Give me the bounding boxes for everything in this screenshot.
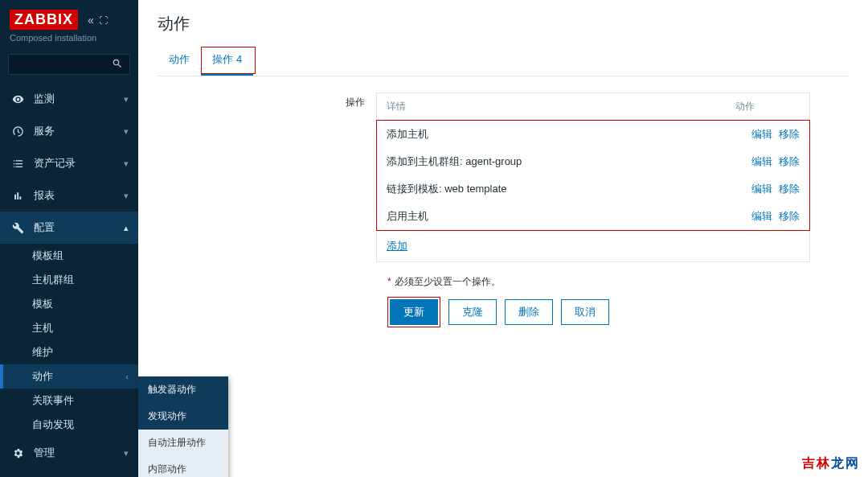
cancel-button[interactable]: 取消 — [561, 299, 609, 325]
nav-label: 配置 — [34, 220, 124, 235]
fly-discovery-actions[interactable]: 发现动作 — [138, 403, 228, 430]
sidebar: ZABBIX « ⛶ Composed installation 监测 ▾ 服务… — [0, 0, 138, 477]
nav-label: 监测 — [34, 92, 124, 106]
actions-flyout: 触发器动作 发现动作 自动注册动作 内部动作 — [138, 376, 228, 477]
wrench-icon — [10, 222, 26, 234]
ops-row: 添加主机 编辑移除 — [377, 121, 809, 148]
fly-trigger-actions[interactable]: 触发器动作 — [138, 376, 228, 403]
ops-detail: 添加主机 — [387, 127, 751, 142]
watermark-b: 龙网 — [831, 456, 860, 470]
update-button[interactable]: 更新 — [390, 299, 438, 325]
tab-label: 操作 — [212, 53, 233, 65]
ops-add-row: 添加 — [377, 231, 809, 261]
eye-icon — [10, 93, 26, 105]
edit-link[interactable]: 编辑 — [751, 127, 772, 142]
edit-link[interactable]: 编辑 — [751, 154, 772, 169]
col-details: 详情 — [387, 100, 735, 113]
nav-label: 服务 — [34, 124, 124, 138]
remove-link[interactable]: 移除 — [779, 209, 800, 224]
operations-form: 操作 详情 动作 添加主机 编辑移除 添加到主机群组: agent-group … — [158, 93, 849, 262]
nav-label: 管理 — [34, 446, 124, 460]
nav-reports[interactable]: 报表 ▾ — [0, 179, 138, 212]
edit-link[interactable]: 编辑 — [751, 182, 772, 196]
watermark-a: 吉林 — [802, 456, 831, 470]
fly-autoreg-actions[interactable]: 自动注册动作 — [138, 430, 228, 456]
delete-button[interactable]: 删除 — [505, 299, 553, 325]
main-content: 动作 动作 操作4 操作 详情 动作 添加主机 编辑移除 添加到主机群组: ag… — [138, 0, 868, 477]
remove-link[interactable]: 移除 — [779, 127, 800, 142]
nav-config-submenu: 模板组 主机群组 模板 主机 维护 动作 ‹ 关联事件 自动发现 — [0, 244, 138, 437]
add-operation-link[interactable]: 添加 — [387, 240, 407, 252]
logo-row: ZABBIX « ⛶ — [0, 0, 138, 31]
clone-button[interactable]: 克隆 — [448, 299, 497, 325]
nav-monitoring[interactable]: 监测 ▾ — [0, 83, 138, 115]
ops-header: 详情 动作 — [377, 93, 809, 120]
chevron-left-icon: ‹ — [125, 372, 129, 381]
brand-logo[interactable]: ZABBIX — [10, 10, 78, 30]
fullscreen-icon[interactable]: ⛶ — [99, 15, 108, 25]
sub-template-groups[interactable]: 模板组 — [0, 244, 138, 268]
remove-link[interactable]: 移除 — [779, 182, 800, 196]
chevron-down-icon: ▾ — [124, 158, 129, 169]
sub-correlation[interactable]: 关联事件 — [0, 389, 138, 413]
chart-icon — [10, 190, 26, 202]
collapse-icon[interactable]: « — [88, 14, 94, 27]
edit-link[interactable]: 编辑 — [751, 209, 772, 224]
form-buttons: 更新 克隆 删除 取消 — [387, 297, 849, 327]
sub-discovery[interactable]: 自动发现 — [0, 413, 138, 437]
gear-icon — [10, 447, 26, 459]
sub-templates[interactable]: 模板 — [0, 292, 138, 316]
operations-label: 操作 — [158, 93, 376, 262]
remove-link[interactable]: 移除 — [779, 154, 800, 169]
required-text: 必须至少设置一个操作。 — [395, 276, 501, 287]
search-icon — [112, 58, 123, 72]
required-note: *必须至少设置一个操作。 — [387, 275, 849, 289]
chevron-down-icon: ▾ — [124, 126, 129, 137]
sub-maintenance[interactable]: 维护 — [0, 340, 138, 364]
search-input[interactable] — [8, 54, 130, 75]
chevron-down-icon: ▾ — [124, 94, 129, 105]
tab-operations[interactable]: 操作4 — [201, 46, 253, 76]
update-highlight: 更新 — [387, 297, 440, 327]
nav-inventory[interactable]: 资产记录 ▾ — [0, 147, 138, 179]
watermark: 吉林龙网 — [802, 455, 860, 472]
nav-label: 报表 — [34, 188, 124, 203]
list-icon — [10, 158, 26, 170]
ops-row: 添加到主机群组: agent-group 编辑移除 — [377, 148, 809, 175]
sub-label: 动作 — [32, 369, 53, 384]
gauge-icon — [10, 125, 26, 138]
nav-admin[interactable]: 管理 ▾ — [0, 437, 138, 469]
chevron-up-icon: ▴ — [124, 223, 129, 233]
nav-services[interactable]: 服务 ▾ — [0, 115, 138, 147]
nav-label: 资产记录 — [34, 156, 124, 171]
tab-action[interactable]: 动作 — [158, 46, 201, 76]
operations-table: 详情 动作 添加主机 编辑移除 添加到主机群组: agent-group 编辑移… — [376, 93, 810, 262]
sub-hosts[interactable]: 主机 — [0, 316, 138, 340]
ops-row: 链接到模板: web template 编辑移除 — [377, 175, 809, 203]
asterisk-icon: * — [387, 276, 391, 287]
ops-row: 启用主机 编辑移除 — [377, 203, 809, 230]
ops-detail: 添加到主机群组: agent-group — [387, 154, 751, 169]
nav-configuration[interactable]: 配置 ▴ — [0, 212, 138, 244]
ops-detail: 链接到模板: web template — [387, 182, 751, 196]
sub-host-groups[interactable]: 主机群组 — [0, 268, 138, 292]
page-title: 动作 — [158, 13, 849, 35]
ops-detail: 启用主机 — [387, 209, 751, 224]
fly-internal-actions[interactable]: 内部动作 — [138, 456, 228, 477]
col-actions: 动作 — [735, 100, 800, 113]
sub-actions[interactable]: 动作 ‹ — [0, 364, 138, 389]
ops-rows: 添加主机 编辑移除 添加到主机群组: agent-group 编辑移除 链接到模… — [376, 120, 810, 231]
chevron-down-icon: ▾ — [124, 448, 129, 458]
brand-subtitle: Composed installation — [0, 31, 138, 49]
chevron-down-icon: ▾ — [124, 191, 129, 201]
tab-count: 4 — [236, 53, 242, 65]
tab-bar: 动作 操作4 — [158, 46, 849, 76]
